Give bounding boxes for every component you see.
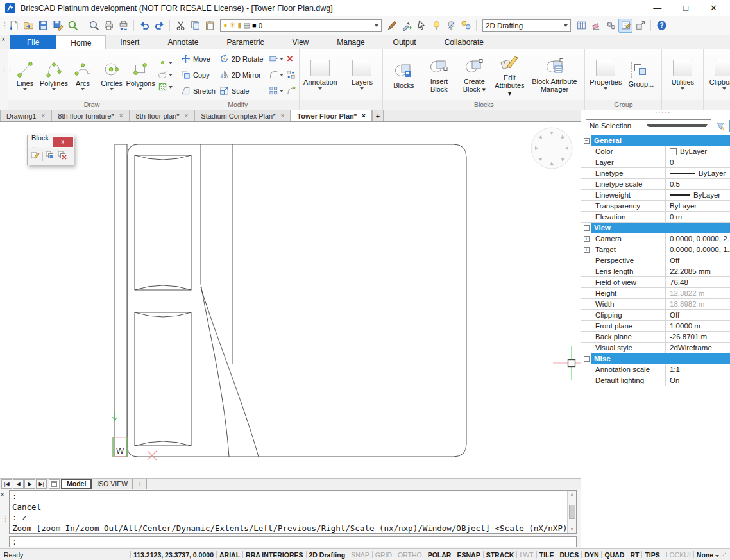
status-polar[interactable]: POLAR xyxy=(428,551,452,559)
tab-close-icon[interactable]: × xyxy=(362,112,366,119)
property-row-lineweight[interactable]: LineweightByLayer xyxy=(581,190,730,201)
collapse-icon[interactable]: − xyxy=(581,135,591,146)
ribbon-button-block-attribute-manager[interactable]: Block Attribute Manager xyxy=(527,56,581,93)
property-row-visual-style[interactable]: Visual style2dWireframe xyxy=(581,343,730,353)
ribbon-tab-file[interactable]: File xyxy=(10,35,56,49)
ribbon-tab-manage[interactable]: Manage xyxy=(323,35,378,49)
modify-tool-stretch[interactable]: Stretch xyxy=(181,83,216,99)
status-grid[interactable]: GRID xyxy=(375,551,392,559)
property-filter-button[interactable] xyxy=(714,120,727,132)
maximize-button[interactable]: □ xyxy=(683,0,688,16)
draw-tool-arcs[interactable]: Arcs xyxy=(69,60,97,90)
previous-layout-button[interactable]: ◀ xyxy=(13,479,24,489)
property-row-default-lighting[interactable]: Default lightingOn xyxy=(581,375,730,386)
layout-tab-iso-view[interactable]: ISO VIEW xyxy=(92,479,133,489)
redo-button[interactable] xyxy=(152,19,166,33)
document-tab-tower-floor-plan[interactable]: Tower Floor Plan*× xyxy=(291,110,372,121)
tab-close-icon[interactable]: × xyxy=(184,112,188,119)
property-value[interactable]: Off xyxy=(666,310,730,320)
drawing-explorer-button[interactable] xyxy=(618,19,632,33)
status-strack[interactable]: STRACK xyxy=(486,551,514,559)
expand-icon[interactable]: + xyxy=(581,233,591,244)
match-properties-button[interactable] xyxy=(385,19,399,33)
document-tab-stadium-complex-plan[interactable]: Stadium Complex Plan*× xyxy=(194,110,291,121)
property-value[interactable]: 12.3822 m xyxy=(666,288,730,298)
property-value[interactable]: 0.0000, 0.0000, 2.1138 xyxy=(666,233,730,244)
tab-close-icon[interactable]: × xyxy=(119,112,123,119)
status-current-layer[interactable]: RRA INTERIORES xyxy=(246,551,303,559)
block-toolbar-close-block-button[interactable] xyxy=(57,150,67,163)
status-workspace[interactable]: 2D Drafting xyxy=(309,551,346,559)
modify-tool-array[interactable] xyxy=(269,83,284,99)
status-none[interactable]: None xyxy=(697,551,719,559)
show-entities-button[interactable] xyxy=(459,19,473,33)
modify-tool-move[interactable]: Move xyxy=(181,51,216,67)
status-ortho[interactable]: ORTHO xyxy=(398,551,422,559)
layer-dropdown[interactable]: ●☀▮▤■0 xyxy=(220,19,382,32)
ribbon-tab-home[interactable]: Home xyxy=(56,35,106,49)
ribbon-button-utilities[interactable]: Utilities xyxy=(665,60,700,89)
status-lockui[interactable]: LOCKUI xyxy=(666,551,691,559)
save-as-button[interactable] xyxy=(51,19,65,33)
draw-tool-hatch[interactable] xyxy=(158,82,173,92)
property-row-field-of-view[interactable]: Field of view76.48 xyxy=(581,277,730,288)
save-button[interactable] xyxy=(36,19,50,33)
modify-tool-copy[interactable]: Copy xyxy=(181,67,216,83)
property-value[interactable]: 0 xyxy=(666,157,730,167)
new-drawing-button[interactable] xyxy=(6,19,21,33)
status-snap[interactable]: SNAP xyxy=(351,551,369,559)
tab-close-icon[interactable]: × xyxy=(41,112,45,119)
draw-tool-polylines[interactable]: Polylines xyxy=(40,60,68,90)
draw-tool-ellipse[interactable] xyxy=(158,70,173,80)
section-header-view[interactable]: −View xyxy=(581,223,730,233)
undo-button[interactable] xyxy=(137,19,151,33)
property-value[interactable]: ByLayer xyxy=(666,146,730,157)
last-layout-button[interactable]: ▶| xyxy=(36,479,47,489)
block-toolbar-titlebar[interactable]: Block ... x xyxy=(28,135,74,148)
hide-entities-button[interactable] xyxy=(444,19,458,33)
document-tab-8th-floor-plan[interactable]: 8th floor plan*× xyxy=(130,110,195,121)
property-value[interactable]: 0.0000, 0.0000, 1.1138 xyxy=(666,244,730,255)
panels-button[interactable] xyxy=(574,19,588,33)
section-header-general[interactable]: −General xyxy=(581,135,730,146)
ribbon-button-blocks[interactable]: Blocks xyxy=(386,60,421,89)
scroll-thumb[interactable] xyxy=(569,505,575,519)
ribbon-button-properties[interactable]: Properties xyxy=(588,60,623,89)
property-value[interactable]: 18.8982 m xyxy=(666,299,730,309)
block-toolbar-save-block-button[interactable] xyxy=(45,150,55,163)
command-panel-close-icon[interactable]: x xyxy=(1,490,4,498)
minimize-button[interactable]: — xyxy=(653,0,661,16)
property-row-elevation[interactable]: Elevation0 m xyxy=(581,212,730,223)
selection-dropdown[interactable]: No Selection xyxy=(586,119,711,132)
ribbon-button-edit-attributes[interactable]: Edit Attributes ▾ xyxy=(492,53,527,97)
layout-list-button[interactable] xyxy=(49,479,60,489)
property-row-lens-length[interactable]: Lens length22.2085 mm xyxy=(581,266,730,277)
ribbon-tab-collaborate[interactable]: Collaborate xyxy=(430,35,498,49)
status-rt[interactable]: RT xyxy=(630,551,639,559)
new-document-tab[interactable]: + xyxy=(372,110,384,121)
collapse-icon[interactable]: − xyxy=(581,223,591,233)
panel-grip[interactable]: ····· xyxy=(655,109,671,115)
select-entities-button[interactable] xyxy=(414,19,429,33)
ribbon-tab-output[interactable]: Output xyxy=(379,35,430,49)
publish-button[interactable] xyxy=(116,19,130,33)
ribbon-button-group[interactable]: Group... xyxy=(624,62,658,88)
expand-icon[interactable]: + xyxy=(581,244,591,255)
property-value[interactable]: 0.5 xyxy=(666,179,730,189)
collapse-icon[interactable]: − xyxy=(581,353,591,364)
document-tab-8th-floor-furniture[interactable]: 8th floor furniture*× xyxy=(51,110,129,121)
property-value[interactable]: 1:1 xyxy=(666,364,730,375)
property-value[interactable]: Off xyxy=(666,255,730,266)
property-value[interactable]: On xyxy=(666,375,730,386)
status-lwt[interactable]: LWT xyxy=(520,551,533,559)
property-value[interactable]: ByLayer xyxy=(666,190,730,200)
property-value[interactable]: 1.0000 m xyxy=(666,321,730,331)
first-layout-button[interactable]: |◀ xyxy=(1,479,12,489)
property-row-perspective[interactable]: PerspectiveOff xyxy=(581,255,730,266)
clean-screen-button[interactable] xyxy=(589,19,603,33)
property-row-color[interactable]: ColorByLayer xyxy=(581,146,730,157)
status-esnap[interactable]: ESNAP xyxy=(457,551,480,559)
ribbon-button-create-block[interactable]: Create Block ▾ xyxy=(457,56,491,93)
property-row-height[interactable]: Height12.3822 m xyxy=(581,288,730,299)
erase-tool[interactable]: ✕ xyxy=(286,51,296,67)
